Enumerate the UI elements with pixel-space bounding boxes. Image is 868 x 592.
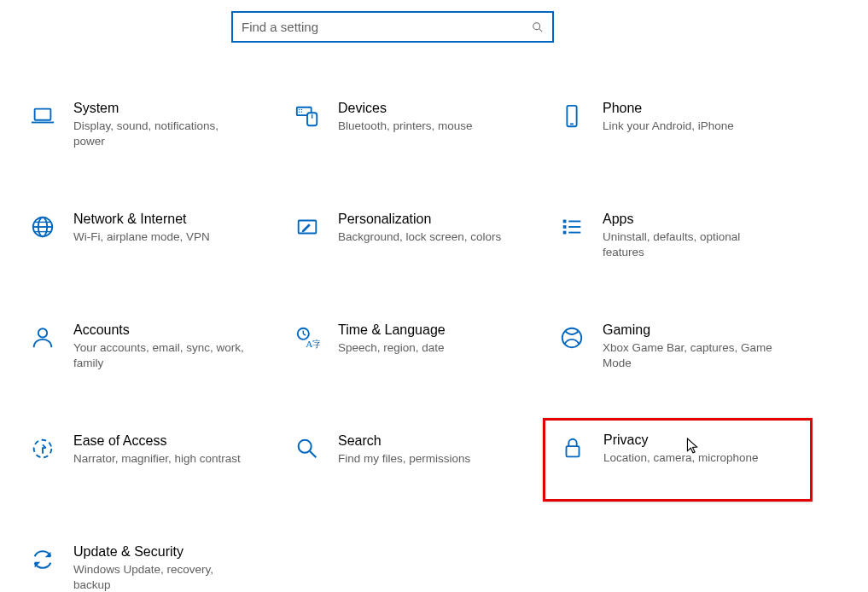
svg-rect-19: [563, 220, 567, 223]
settings-item-network[interactable]: Network & Internet Wi-Fi, airplane mode,…: [20, 206, 277, 270]
settings-item-personalization[interactable]: Personalization Background, lock screen,…: [285, 206, 541, 270]
settings-item-desc: Link your Android, iPhone: [603, 119, 734, 134]
settings-item-desc: Speech, region, date: [338, 340, 446, 356]
settings-item-desc: Narrator, magnifier, high contrast: [73, 451, 241, 467]
settings-item-search[interactable]: Search Find my files, permissions: [285, 428, 541, 491]
settings-item-desc: Uninstall, defaults, optional features: [603, 229, 773, 259]
person-icon: [27, 322, 58, 353]
settings-item-title: Ease of Access: [73, 433, 241, 449]
settings-item-title: System: [73, 101, 244, 116]
svg-rect-2: [35, 109, 51, 120]
settings-item-ease-of-access[interactable]: Ease of Access Narrator, magnifier, high…: [20, 428, 277, 491]
svg-point-6: [301, 109, 303, 111]
svg-point-0: [533, 22, 540, 29]
settings-item-title: Devices: [338, 101, 473, 116]
list-icon: [556, 212, 587, 242]
settings-item-title: Privacy: [603, 432, 759, 448]
lock-icon: [557, 432, 588, 463]
svg-point-30: [562, 328, 582, 348]
settings-item-update-security[interactable]: Update & Security Windows Update, recove…: [20, 539, 277, 592]
settings-item-devices[interactable]: Devices Bluetooth, printers, mouse: [285, 96, 541, 159]
search-input[interactable]: [242, 20, 532, 34]
settings-grid: System Display, sound, notifications, po…: [20, 96, 840, 592]
settings-item-title: Apps: [603, 212, 773, 227]
ease-of-access-icon: [27, 433, 58, 464]
svg-point-7: [299, 112, 300, 113]
svg-point-5: [299, 109, 300, 111]
settings-item-desc: Location, camera, microphone: [603, 450, 759, 466]
settings-item-title: Time & Language: [338, 322, 446, 338]
settings-item-title: Personalization: [338, 212, 501, 227]
svg-rect-34: [567, 446, 580, 456]
settings-item-desc: Find my files, permissions: [338, 451, 470, 467]
svg-line-33: [310, 451, 317, 458]
svg-point-25: [38, 328, 47, 337]
svg-text:A字: A字: [306, 339, 320, 349]
paintbrush-icon: [292, 212, 323, 242]
magnifier-icon: [292, 433, 323, 464]
settings-item-desc: Bluetooth, printers, mouse: [338, 119, 473, 134]
settings-item-desc: Background, lock screen, colors: [338, 229, 501, 245]
settings-item-title: Phone: [603, 101, 734, 116]
sync-icon: [27, 544, 58, 575]
search-box[interactable]: [231, 11, 554, 43]
cursor-icon: [686, 438, 698, 455]
settings-item-title: Gaming: [603, 322, 773, 338]
time-language-icon: A字: [292, 322, 323, 353]
settings-item-gaming[interactable]: Gaming Xbox Game Bar, captures, Game Mod…: [550, 317, 806, 380]
devices-icon: [292, 101, 323, 131]
settings-item-phone[interactable]: Phone Link your Android, iPhone: [550, 96, 806, 159]
svg-rect-21: [563, 225, 567, 229]
settings-item-title: Network & Internet: [73, 212, 210, 227]
svg-line-1: [539, 28, 543, 32]
settings-item-desc: Windows Update, recovery, backup: [73, 562, 244, 592]
settings-item-privacy[interactable]: Privacy Location, camera, microphone: [543, 418, 813, 502]
svg-point-8: [301, 112, 303, 113]
laptop-icon: [27, 101, 58, 131]
settings-item-system[interactable]: System Display, sound, notifications, po…: [20, 96, 277, 159]
svg-line-28: [303, 334, 306, 335]
settings-item-accounts[interactable]: Accounts Your accounts, email, sync, wor…: [20, 317, 277, 380]
search-icon: [532, 21, 544, 33]
settings-item-desc: Display, sound, notifications, power: [73, 119, 244, 148]
xbox-icon: [556, 322, 587, 353]
svg-rect-23: [563, 231, 567, 235]
phone-icon: [556, 101, 587, 131]
settings-item-desc: Xbox Game Bar, captures, Game Mode: [603, 340, 773, 370]
globe-icon: [27, 212, 58, 242]
settings-item-time-language[interactable]: A字 Time & Language Speech, region, date: [285, 317, 541, 380]
svg-point-32: [299, 440, 312, 453]
settings-item-desc: Wi-Fi, airplane mode, VPN: [73, 229, 210, 245]
settings-item-title: Search: [338, 433, 470, 449]
settings-item-desc: Your accounts, email, sync, work, family: [73, 340, 244, 370]
settings-item-apps[interactable]: Apps Uninstall, defaults, optional featu…: [550, 206, 806, 270]
settings-item-title: Accounts: [73, 322, 244, 338]
settings-item-title: Update & Security: [73, 544, 244, 560]
